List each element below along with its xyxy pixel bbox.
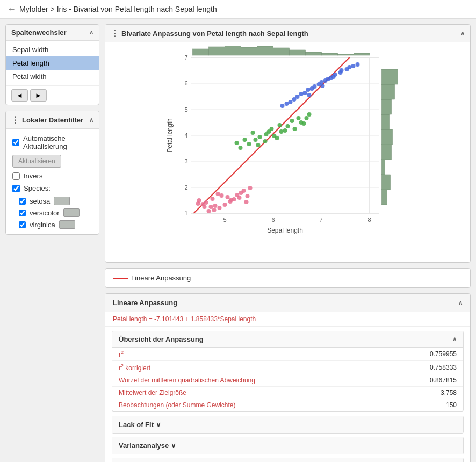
svg-point-59 xyxy=(220,193,224,198)
varianzanalyse-section: Varianzanalyse ∨ xyxy=(112,437,464,454)
species-virginica: virginica xyxy=(19,220,92,229)
svg-point-73 xyxy=(243,138,247,142)
svg-rect-5 xyxy=(257,46,273,55)
fit-panel: Lineare Anpassung ∧ Petal length = -7.10… xyxy=(105,293,471,462)
svg-point-63 xyxy=(246,194,250,198)
svg-point-72 xyxy=(235,141,239,145)
svg-point-70 xyxy=(237,196,242,200)
svg-point-89 xyxy=(293,127,297,131)
fit-chevron[interactable]: ∧ xyxy=(458,299,463,306)
svg-point-64 xyxy=(216,192,220,196)
varianzanalyse-header[interactable]: Varianzanalyse ∨ xyxy=(112,437,463,454)
column-item-petal-length[interactable]: Petal length xyxy=(6,56,99,70)
svg-point-66 xyxy=(248,186,253,190)
column-item-sepal-width[interactable]: Sepal width xyxy=(6,43,99,56)
svg-rect-13 xyxy=(382,175,391,190)
lack-of-fit-header[interactable]: Lack of Fit ∨ xyxy=(112,416,463,433)
svg-point-81 xyxy=(297,116,301,120)
column-item-petal-width[interactable]: Petal width xyxy=(6,70,99,83)
spaltenwechsler-header: Spaltenwechsler ∧ xyxy=(6,25,99,41)
stat-label-obs: Beobachtungen (oder Summe Gewichte) xyxy=(112,399,390,412)
svg-rect-7 xyxy=(290,50,306,55)
chart-dots-icon[interactable]: ⋮ xyxy=(111,28,119,38)
virginica-checkbox[interactable] xyxy=(19,221,26,228)
filter-content: Automatische Aktualisierung Aktualisiere… xyxy=(6,129,99,234)
chart-chevron[interactable]: ∧ xyxy=(460,30,465,37)
svg-point-111 xyxy=(313,84,317,89)
column-list: Sepal width Petal length Petal width xyxy=(6,41,99,85)
svg-text:Sepal length: Sepal length xyxy=(267,227,303,234)
svg-point-58 xyxy=(211,197,215,201)
fit-equation: Petal length = -7.101443 + 1.858433*Sepa… xyxy=(105,312,470,327)
svg-point-94 xyxy=(254,138,258,142)
breadcrumb: Myfolder > Iris - Bivariat von Petal len… xyxy=(19,5,217,13)
svg-rect-15 xyxy=(382,145,392,160)
auto-update-row: Automatische Aktualisierung xyxy=(12,134,92,150)
auto-update-checkbox[interactable] xyxy=(12,139,19,146)
fit-header: Lineare Anpassung ∧ xyxy=(105,294,470,312)
svg-point-92 xyxy=(239,146,243,150)
svg-point-85 xyxy=(263,139,268,143)
setosa-color xyxy=(54,197,70,205)
chart-area: 7 6 5 4 3 2 1 5 6 7 8 Petal length Sepal… xyxy=(105,42,470,262)
svg-point-97 xyxy=(280,104,285,108)
svg-text:Petal length: Petal length xyxy=(166,118,174,152)
svg-text:7: 7 xyxy=(319,216,322,223)
svg-point-98 xyxy=(289,100,293,104)
svg-rect-6 xyxy=(273,48,290,55)
svg-rect-12 xyxy=(382,190,387,205)
svg-text:3: 3 xyxy=(184,158,187,164)
svg-text:4: 4 xyxy=(184,132,187,139)
dots-icon[interactable]: ⋮ xyxy=(11,115,19,125)
svg-point-53 xyxy=(212,208,217,212)
species-versicolor: versicolor xyxy=(19,208,92,217)
svg-point-80 xyxy=(290,119,294,123)
svg-point-114 xyxy=(333,73,337,77)
stat-value-r2: 0.759955 xyxy=(390,348,463,361)
stat-value-obs: 150 xyxy=(390,399,463,412)
svg-rect-9 xyxy=(322,53,338,55)
aktualisieren-button[interactable]: Aktualisieren xyxy=(12,155,61,168)
svg-point-93 xyxy=(247,142,251,146)
invers-checkbox[interactable] xyxy=(12,172,20,180)
datenfilter-panel: ⋮ Lokaler Datenfilter ∧ Automatische Akt… xyxy=(5,111,99,235)
table-row: Mittelwert der Zielgröße 3.758 xyxy=(112,387,463,399)
svg-point-95 xyxy=(267,129,271,134)
setosa-checkbox[interactable] xyxy=(19,198,26,205)
svg-point-74 xyxy=(251,131,255,135)
main-layout: Spaltenwechsler ∧ Sepal width Petal leng… xyxy=(0,19,476,462)
parameterschaetzer-header[interactable]: Parameterschätzer ∨ xyxy=(112,458,463,462)
table-row: r2 0.759955 xyxy=(112,348,463,361)
versicolor-checkbox[interactable] xyxy=(19,210,26,216)
prev-button[interactable]: ◄ xyxy=(11,89,28,102)
svg-point-68 xyxy=(209,205,213,209)
svg-rect-2 xyxy=(209,47,225,55)
ubersicht-header: Übersicht der Anpassung ∧ xyxy=(112,331,463,348)
parameterschaetzer-section: Parameterschätzer ∨ xyxy=(112,458,464,462)
spaltenwechsler-panel: Spaltenwechsler ∧ Sepal width Petal leng… xyxy=(5,24,99,105)
datenfilter-chevron[interactable]: ∧ xyxy=(89,117,93,124)
spaltenwechsler-chevron[interactable]: ∧ xyxy=(89,29,93,36)
auto-update-label: Automatische Aktualisierung xyxy=(23,134,92,150)
versicolor-label: versicolor xyxy=(30,209,60,217)
versicolor-color xyxy=(63,208,80,217)
svg-rect-19 xyxy=(382,84,395,99)
svg-rect-3 xyxy=(225,46,241,55)
species-checkbox[interactable] xyxy=(12,185,20,192)
svg-point-87 xyxy=(279,129,284,134)
svg-rect-16 xyxy=(382,129,393,145)
varianzanalyse-label: Varianzanalyse ∨ xyxy=(119,442,176,450)
next-button[interactable]: ► xyxy=(30,89,47,102)
invers-label: Invers xyxy=(24,172,42,180)
stat-value-r2-corr: 0.758333 xyxy=(390,361,463,374)
invers-row: Invers xyxy=(12,172,92,180)
svg-point-65 xyxy=(242,189,246,193)
svg-point-100 xyxy=(303,91,307,95)
svg-text:8: 8 xyxy=(367,216,371,223)
chart-panel-header: ⋮ Bivariate Anpassung von Petal length n… xyxy=(105,25,470,42)
back-button[interactable]: ← xyxy=(8,4,16,14)
svg-point-75 xyxy=(258,135,262,139)
ubersicht-chevron[interactable]: ∧ xyxy=(452,336,457,343)
svg-point-109 xyxy=(299,92,304,96)
svg-point-107 xyxy=(351,64,356,68)
